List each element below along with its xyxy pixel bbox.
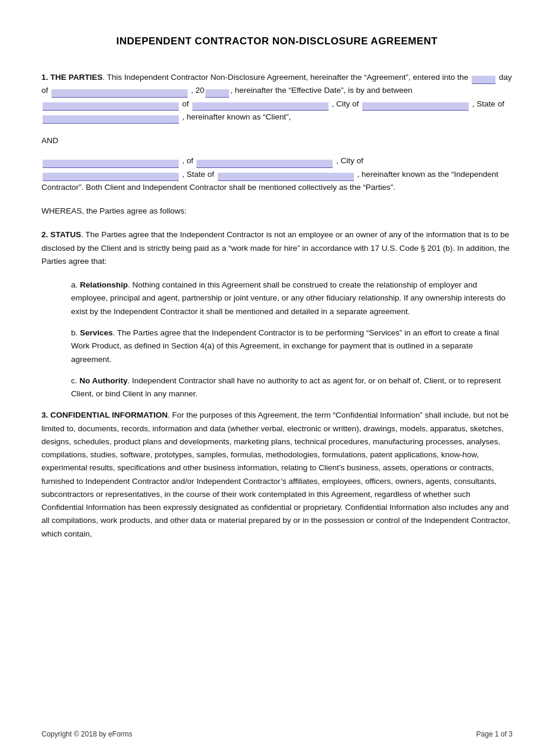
contractor-city: , City of bbox=[336, 156, 363, 165]
and-separator: AND bbox=[41, 134, 513, 147]
sub-a-heading: Relationship bbox=[80, 280, 128, 289]
sub-a: a. Relationship. Nothing contained in th… bbox=[71, 279, 513, 318]
city-label: , City of bbox=[332, 99, 359, 108]
section3-text: . For the purposes of this Agreement, th… bbox=[41, 411, 510, 538]
section2-heading: 2. STATUS bbox=[41, 230, 81, 239]
sub-b-text: . The Parties agree that the Independent… bbox=[71, 328, 499, 364]
blank-state1[interactable] bbox=[43, 115, 179, 124]
sub-c-text: . Independent Contractor shall have no a… bbox=[71, 376, 501, 398]
blank-year[interactable] bbox=[205, 89, 229, 98]
contractor-section: , of , City of , State of , hereinafter … bbox=[41, 154, 513, 194]
of-label: of bbox=[182, 99, 189, 108]
state-label-detected: , State of bbox=[472, 99, 504, 108]
whereas-text: WHEREAS, the Parties agree as follows: bbox=[41, 206, 186, 215]
blank-contractor-state[interactable] bbox=[218, 173, 354, 181]
footer-copyright: Copyright © 2018 by eForms bbox=[41, 730, 133, 738]
section2-text: . The Parties agree that the Independent… bbox=[41, 230, 510, 266]
sub-a-label: a. bbox=[71, 280, 78, 289]
document-title: INDEPENDENT CONTRACTOR NON-DISCLOSURE AG… bbox=[41, 35, 513, 47]
section3-heading: 3. CONFIDENTIAL INFORMATION bbox=[41, 411, 168, 419]
sub-c-heading: No Authority bbox=[79, 376, 127, 385]
section-2: 2. STATUS. The Parties agree that the In… bbox=[41, 228, 513, 268]
sub-c: c. No Authority. Independent Contractor … bbox=[71, 374, 513, 401]
section-1: 1. THE PARTIES. This Independent Contrac… bbox=[41, 71, 513, 124]
blank-day[interactable] bbox=[472, 76, 495, 84]
footer: Copyright © 2018 by eForms Page 1 of 3 bbox=[41, 730, 513, 738]
sub-c-label: c. bbox=[71, 376, 78, 385]
footer-page: Page 1 of 3 bbox=[476, 730, 513, 738]
blank-contractor-of[interactable] bbox=[197, 160, 333, 168]
section-3: 3. CONFIDENTIAL INFORMATION. For the pur… bbox=[41, 409, 513, 541]
sub-b-heading: Services bbox=[80, 328, 113, 337]
whereas-section: WHEREAS, the Parties agree as follows: bbox=[41, 205, 513, 218]
contractor-of: , of bbox=[182, 156, 194, 165]
sub-b-label: b. bbox=[71, 328, 78, 337]
section1-heading: 1. THE PARTIES bbox=[41, 73, 102, 82]
blank-date[interactable] bbox=[51, 89, 188, 98]
sub-b: b. Services. The Parties agree that the … bbox=[71, 327, 513, 366]
blank-city1[interactable] bbox=[362, 102, 469, 111]
client-suffix: , hereinafter known as “Client”, bbox=[182, 112, 291, 121]
blank-contractor-city[interactable] bbox=[43, 173, 179, 181]
blank-party1[interactable] bbox=[43, 102, 179, 111]
blank-contractor[interactable] bbox=[43, 160, 179, 168]
document-page: INDEPENDENT CONTRACTOR NON-DISCLOSURE AG… bbox=[0, 0, 554, 756]
blank-party1-of[interactable] bbox=[192, 102, 328, 111]
sub-a-text: . Nothing contained in this Agreement sh… bbox=[71, 280, 505, 316]
year-suffix: , hereinafter the “Effective Date”, is b… bbox=[230, 86, 412, 95]
contractor-state: , State of bbox=[182, 170, 214, 179]
year-prefix: , 20 bbox=[191, 86, 205, 95]
section1-intro: . This Independent Contractor Non-Disclo… bbox=[102, 73, 468, 82]
